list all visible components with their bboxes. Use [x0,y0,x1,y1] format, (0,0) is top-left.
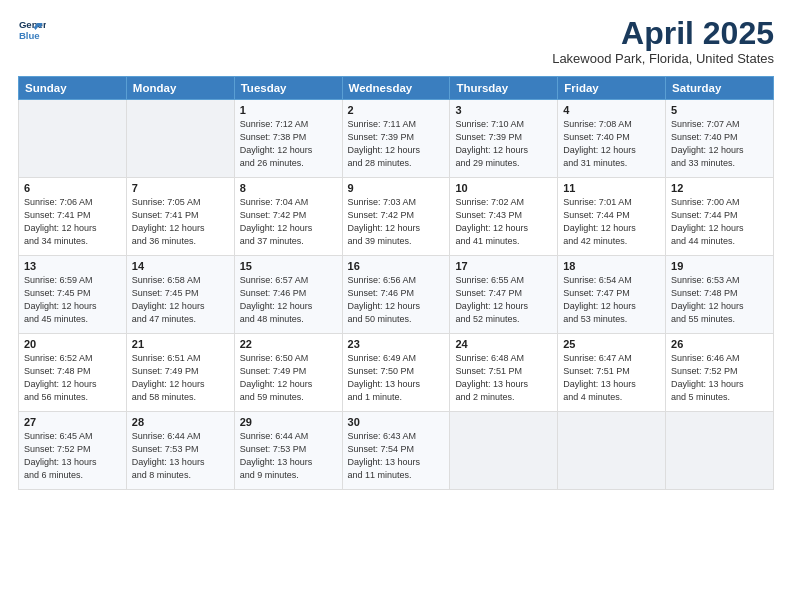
calendar-cell: 21Sunrise: 6:51 AM Sunset: 7:49 PM Dayli… [126,334,234,412]
calendar-cell [666,412,774,490]
day-number: 9 [348,182,445,194]
day-header-tuesday: Tuesday [234,77,342,100]
day-header-thursday: Thursday [450,77,558,100]
day-number: 26 [671,338,768,350]
calendar-cell: 19Sunrise: 6:53 AM Sunset: 7:48 PM Dayli… [666,256,774,334]
day-info: Sunrise: 7:03 AM Sunset: 7:42 PM Dayligh… [348,196,445,248]
logo: General Blue [18,16,46,44]
day-info: Sunrise: 7:01 AM Sunset: 7:44 PM Dayligh… [563,196,660,248]
calendar-cell: 6Sunrise: 7:06 AM Sunset: 7:41 PM Daylig… [19,178,127,256]
calendar-week-4: 20Sunrise: 6:52 AM Sunset: 7:48 PM Dayli… [19,334,774,412]
day-header-wednesday: Wednesday [342,77,450,100]
calendar-cell [19,100,127,178]
logo-icon: General Blue [18,16,46,44]
day-info: Sunrise: 6:53 AM Sunset: 7:48 PM Dayligh… [671,274,768,326]
calendar-cell: 18Sunrise: 6:54 AM Sunset: 7:47 PM Dayli… [558,256,666,334]
calendar-header-row: SundayMondayTuesdayWednesdayThursdayFrid… [19,77,774,100]
day-info: Sunrise: 6:52 AM Sunset: 7:48 PM Dayligh… [24,352,121,404]
calendar-cell: 24Sunrise: 6:48 AM Sunset: 7:51 PM Dayli… [450,334,558,412]
day-number: 21 [132,338,229,350]
calendar-week-2: 6Sunrise: 7:06 AM Sunset: 7:41 PM Daylig… [19,178,774,256]
day-number: 25 [563,338,660,350]
day-number: 18 [563,260,660,272]
day-number: 3 [455,104,552,116]
day-info: Sunrise: 6:50 AM Sunset: 7:49 PM Dayligh… [240,352,337,404]
calendar-cell: 2Sunrise: 7:11 AM Sunset: 7:39 PM Daylig… [342,100,450,178]
calendar-cell: 27Sunrise: 6:45 AM Sunset: 7:52 PM Dayli… [19,412,127,490]
day-number: 10 [455,182,552,194]
calendar-cell: 23Sunrise: 6:49 AM Sunset: 7:50 PM Dayli… [342,334,450,412]
calendar-week-1: 1Sunrise: 7:12 AM Sunset: 7:38 PM Daylig… [19,100,774,178]
day-info: Sunrise: 6:59 AM Sunset: 7:45 PM Dayligh… [24,274,121,326]
day-number: 8 [240,182,337,194]
day-number: 6 [24,182,121,194]
day-info: Sunrise: 7:11 AM Sunset: 7:39 PM Dayligh… [348,118,445,170]
calendar-cell: 1Sunrise: 7:12 AM Sunset: 7:38 PM Daylig… [234,100,342,178]
day-number: 14 [132,260,229,272]
day-number: 4 [563,104,660,116]
day-info: Sunrise: 6:47 AM Sunset: 7:51 PM Dayligh… [563,352,660,404]
header: General Blue April 2025 Lakewood Park, F… [18,16,774,66]
calendar-cell: 29Sunrise: 6:44 AM Sunset: 7:53 PM Dayli… [234,412,342,490]
calendar-week-3: 13Sunrise: 6:59 AM Sunset: 7:45 PM Dayli… [19,256,774,334]
calendar-cell: 7Sunrise: 7:05 AM Sunset: 7:41 PM Daylig… [126,178,234,256]
day-number: 12 [671,182,768,194]
day-number: 28 [132,416,229,428]
calendar-cell: 30Sunrise: 6:43 AM Sunset: 7:54 PM Dayli… [342,412,450,490]
day-number: 11 [563,182,660,194]
day-info: Sunrise: 6:54 AM Sunset: 7:47 PM Dayligh… [563,274,660,326]
calendar-cell [558,412,666,490]
day-info: Sunrise: 6:43 AM Sunset: 7:54 PM Dayligh… [348,430,445,482]
day-info: Sunrise: 6:44 AM Sunset: 7:53 PM Dayligh… [132,430,229,482]
day-number: 30 [348,416,445,428]
calendar-cell: 12Sunrise: 7:00 AM Sunset: 7:44 PM Dayli… [666,178,774,256]
day-number: 15 [240,260,337,272]
day-number: 24 [455,338,552,350]
day-header-friday: Friday [558,77,666,100]
day-info: Sunrise: 6:58 AM Sunset: 7:45 PM Dayligh… [132,274,229,326]
calendar-cell: 28Sunrise: 6:44 AM Sunset: 7:53 PM Dayli… [126,412,234,490]
svg-text:Blue: Blue [19,30,40,41]
day-info: Sunrise: 7:00 AM Sunset: 7:44 PM Dayligh… [671,196,768,248]
calendar-cell: 11Sunrise: 7:01 AM Sunset: 7:44 PM Dayli… [558,178,666,256]
day-info: Sunrise: 6:57 AM Sunset: 7:46 PM Dayligh… [240,274,337,326]
day-info: Sunrise: 6:44 AM Sunset: 7:53 PM Dayligh… [240,430,337,482]
day-header-sunday: Sunday [19,77,127,100]
day-number: 2 [348,104,445,116]
calendar-table: SundayMondayTuesdayWednesdayThursdayFrid… [18,76,774,490]
calendar-cell: 14Sunrise: 6:58 AM Sunset: 7:45 PM Dayli… [126,256,234,334]
day-info: Sunrise: 6:51 AM Sunset: 7:49 PM Dayligh… [132,352,229,404]
day-info: Sunrise: 6:56 AM Sunset: 7:46 PM Dayligh… [348,274,445,326]
day-header-saturday: Saturday [666,77,774,100]
calendar-cell: 26Sunrise: 6:46 AM Sunset: 7:52 PM Dayli… [666,334,774,412]
day-info: Sunrise: 7:08 AM Sunset: 7:40 PM Dayligh… [563,118,660,170]
calendar-week-5: 27Sunrise: 6:45 AM Sunset: 7:52 PM Dayli… [19,412,774,490]
calendar-cell: 22Sunrise: 6:50 AM Sunset: 7:49 PM Dayli… [234,334,342,412]
day-info: Sunrise: 7:05 AM Sunset: 7:41 PM Dayligh… [132,196,229,248]
svg-text:General: General [19,19,46,30]
calendar-cell: 13Sunrise: 6:59 AM Sunset: 7:45 PM Dayli… [19,256,127,334]
calendar-cell: 10Sunrise: 7:02 AM Sunset: 7:43 PM Dayli… [450,178,558,256]
calendar-cell: 15Sunrise: 6:57 AM Sunset: 7:46 PM Dayli… [234,256,342,334]
day-info: Sunrise: 7:04 AM Sunset: 7:42 PM Dayligh… [240,196,337,248]
day-info: Sunrise: 7:02 AM Sunset: 7:43 PM Dayligh… [455,196,552,248]
calendar-cell: 20Sunrise: 6:52 AM Sunset: 7:48 PM Dayli… [19,334,127,412]
day-number: 1 [240,104,337,116]
calendar-cell: 8Sunrise: 7:04 AM Sunset: 7:42 PM Daylig… [234,178,342,256]
day-info: Sunrise: 7:07 AM Sunset: 7:40 PM Dayligh… [671,118,768,170]
calendar-cell: 3Sunrise: 7:10 AM Sunset: 7:39 PM Daylig… [450,100,558,178]
day-number: 19 [671,260,768,272]
day-number: 27 [24,416,121,428]
title-block: April 2025 Lakewood Park, Florida, Unite… [552,16,774,66]
day-number: 20 [24,338,121,350]
calendar-cell: 4Sunrise: 7:08 AM Sunset: 7:40 PM Daylig… [558,100,666,178]
day-header-monday: Monday [126,77,234,100]
day-info: Sunrise: 6:48 AM Sunset: 7:51 PM Dayligh… [455,352,552,404]
calendar-cell: 17Sunrise: 6:55 AM Sunset: 7:47 PM Dayli… [450,256,558,334]
calendar-cell [450,412,558,490]
day-number: 17 [455,260,552,272]
day-number: 5 [671,104,768,116]
day-info: Sunrise: 7:06 AM Sunset: 7:41 PM Dayligh… [24,196,121,248]
subtitle: Lakewood Park, Florida, United States [552,51,774,66]
day-info: Sunrise: 6:45 AM Sunset: 7:52 PM Dayligh… [24,430,121,482]
